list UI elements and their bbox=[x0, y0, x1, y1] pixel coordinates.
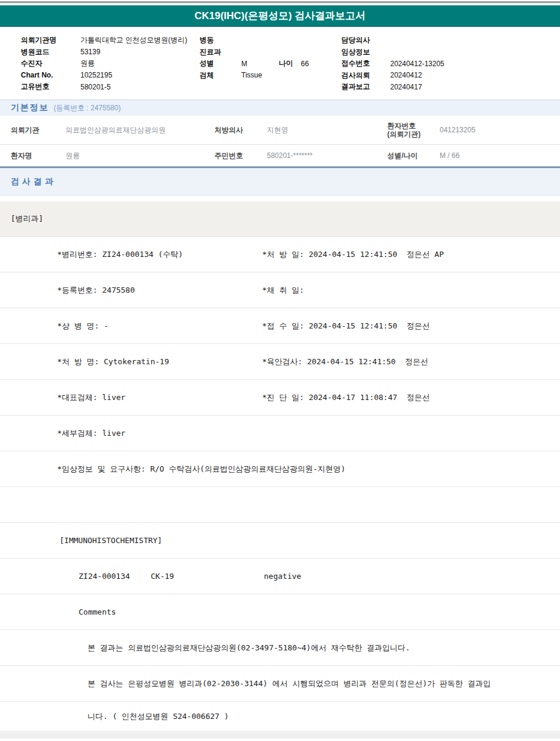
department-band: [병리과] bbox=[0, 201, 560, 237]
meta-row: 검체 Tissue bbox=[200, 70, 341, 82]
report-title: CK19(IHC)(은평성모) 검사결과보고서 bbox=[194, 10, 365, 21]
value-request-org: 의료법인삼광의료재단삼광의원 bbox=[66, 125, 214, 135]
value-hospital-code: 53139 bbox=[80, 48, 100, 56]
meta-row: Chart No. 10252195 bbox=[21, 70, 200, 82]
label-patient-no: 환자번호 (의뢰기관) bbox=[387, 122, 440, 138]
comments-header-row: Comments bbox=[0, 594, 560, 630]
label-patient-name: 환자명 bbox=[11, 151, 66, 161]
meta-row: 결과보고 20240417 bbox=[341, 81, 560, 93]
value-patient-name: 원룡 bbox=[66, 151, 214, 161]
detail-row-empty bbox=[0, 487, 560, 523]
label-chart-no: Chart No. bbox=[21, 71, 80, 79]
detail-row-sub-specimen: *세부검체: liver bbox=[0, 416, 560, 451]
meta-row: 고유번호 580201-5 bbox=[21, 81, 200, 93]
comments-label: Comments bbox=[79, 607, 116, 616]
registration-no-text: *등록번호: 2475580 bbox=[57, 285, 262, 296]
meta-row: 접수번호 20240412-13205 bbox=[341, 58, 560, 70]
pathology-no-text: *병리번호: ZI24-000134 (수탁) bbox=[57, 249, 262, 260]
label-age: 나이 bbox=[279, 58, 301, 69]
prescription-date-text: *처 방 일: 2024-04-15 12:41:50 정은선 AP bbox=[262, 249, 444, 260]
meta-column-right: 담당의사 임상정보 접수번호 20240412-13205 검사의뢰 20240… bbox=[341, 35, 560, 100]
meta-row: 검사의뢰 20240412 bbox=[341, 70, 560, 82]
label-examinee: 수진자 bbox=[21, 58, 80, 69]
value-age: 66 bbox=[301, 60, 309, 68]
label-ward: 병동 bbox=[200, 35, 241, 45]
meta-row: 병원코드 53139 bbox=[21, 46, 200, 58]
detail-row-pathology-no: *병리번호: ZI24-000134 (수탁) *처 방 일: 2024-04-… bbox=[0, 237, 560, 272]
value-resident-no: 580201-******* bbox=[267, 151, 387, 160]
label-clinical-info: 임상정보 bbox=[341, 47, 390, 57]
label-requesting-org: 의뢰기관명 bbox=[21, 35, 80, 45]
detail-row-main-specimen: *대표검체: liver *진 단 일: 2024-04-17 11:08:47… bbox=[0, 380, 560, 416]
basic-info-section-header: 기본정보 (등록번호 : 2475580) bbox=[0, 100, 560, 116]
label-hospital-code: 병원코드 bbox=[21, 47, 80, 57]
sub-specimen-text: *세부검체: liver bbox=[57, 428, 262, 439]
ihc-result-row: ZI24-000134 CK-19 negative bbox=[0, 559, 560, 594]
meta-column-middle: 병동 진료과 성별 M 나이 66 검체 Tissue bbox=[200, 35, 341, 100]
department-name: [병리과] bbox=[11, 213, 43, 224]
meta-row: 임상정보 bbox=[341, 46, 560, 58]
label-request-org: 의뢰기관 bbox=[11, 125, 66, 135]
value-sex-age: M / 66 bbox=[440, 151, 560, 160]
label-receipt-no: 접수번호 bbox=[341, 58, 390, 69]
main-specimen-text: *대표검체: liver bbox=[57, 392, 262, 403]
results-section-header: 검사결과 bbox=[0, 168, 560, 196]
label-sex-age: 성별/나이 bbox=[387, 151, 440, 160]
header-meta: 의뢰기관명 가톨릭대학교 인천성모병원(병리) 병원코드 53139 수진자 원… bbox=[0, 27, 560, 100]
value-requesting-org: 가톨릭대학교 인천성모병원(병리) bbox=[80, 35, 187, 45]
meta-row: 담당의사 bbox=[341, 35, 560, 46]
meta-row: 성별 M 나이 66 bbox=[200, 58, 341, 70]
value-specimen: Tissue bbox=[241, 71, 262, 79]
detail-row-diagnosis-name: *상 병 명: - *접 수 일: 2024-04-15 12:41:50 정은… bbox=[0, 308, 560, 344]
ihc-header-row: [IMMUNOHISTOCHEMISTRY] bbox=[0, 523, 560, 559]
footer-bar bbox=[0, 732, 560, 739]
diagnosis-name-text: *상 병 명: - bbox=[57, 321, 262, 331]
label-department: 진료과 bbox=[200, 47, 241, 57]
value-chart-no: 10252195 bbox=[80, 71, 112, 79]
label-patient-no-line1: 환자번호 bbox=[387, 122, 416, 130]
value-receipt-no: 20240412-13205 bbox=[390, 60, 444, 68]
ihc-header-text: [IMMUNOHISTOCHEMISTRY] bbox=[60, 536, 162, 545]
comment-line-3: 니다. ( 인천성모병원 S24-006627 ) bbox=[88, 711, 229, 722]
label-unique-no: 고유번호 bbox=[21, 82, 80, 92]
report-title-bar: CK19(IHC)(은평성모) 검사결과보고서 bbox=[0, 5, 560, 27]
label-test-request-date: 검사의뢰 bbox=[341, 70, 390, 80]
comment-line-1: 본 결과는 의료법인삼광의료재단삼광의원(02-3497-5180~4)에서 재… bbox=[88, 643, 410, 653]
meta-column-left: 의뢰기관명 가톨릭대학교 인천성모병원(병리) 병원코드 53139 수진자 원… bbox=[21, 35, 200, 100]
value-examinee: 원룡 bbox=[80, 58, 95, 69]
meta-row: 의뢰기관명 가톨릭대학교 인천성모병원(병리) bbox=[21, 35, 200, 46]
meta-row: 진료과 bbox=[200, 46, 341, 58]
value-prescribing-doctor: 지현영 bbox=[267, 125, 387, 135]
detail-row-clinical-request: *임상정보 및 요구사항: R/O 수탁검사(의료법인삼광의료재단삼광의원-지현… bbox=[0, 451, 560, 487]
value-result-report-date: 20240417 bbox=[390, 83, 422, 91]
label-resident-no: 주민번호 bbox=[214, 151, 267, 161]
basic-info-registration-note: (등록번호 : 2475580) bbox=[54, 103, 121, 113]
value-test-request-date: 20240412 bbox=[390, 71, 422, 79]
comment-row-3: 니다. ( 인천성모병원 S24-006627 ) bbox=[0, 702, 560, 731]
label-sex: 성별 bbox=[200, 58, 241, 69]
detail-row-prescription-name: *처 방 명: Cytokeratin-19 *육안검사: 2024-04-15… bbox=[0, 344, 560, 380]
result-test-name: CK-19 bbox=[151, 572, 264, 581]
meta-row: 수진자 원룡 bbox=[21, 58, 200, 70]
value-patient-no: 041213205 bbox=[440, 126, 560, 134]
basic-info-row-2: 환자명 원룡 주민번호 580201-******* 성별/나이 M / 66 bbox=[0, 145, 560, 166]
detail-row-registration-no: *등록번호: 2475580 *채 취 일: bbox=[0, 272, 560, 308]
meta-row: 병동 bbox=[200, 35, 341, 46]
comment-row-2: 본 검사는 은평성모병원 병리과(02-2030-3144) 에서 시행되었으며… bbox=[0, 666, 560, 702]
diagnosis-date-text: *진 단 일: 2024-04-17 11:08:47 정은선 bbox=[262, 392, 430, 403]
label-prescribing-doctor: 처방의사 bbox=[214, 125, 267, 135]
label-doctor-in-charge: 담당의사 bbox=[341, 35, 390, 45]
label-result-report-date: 결과보고 bbox=[341, 82, 390, 92]
prescription-name-text: *처 방 명: Cytokeratin-19 bbox=[57, 356, 262, 367]
results-title: 검사결과 bbox=[11, 176, 56, 187]
result-pathology-no: ZI24-000134 bbox=[79, 572, 151, 581]
clinical-request-text: *임상정보 및 요구사항: R/O 수탁검사(의료법인삼광의료재단삼광의원-지현… bbox=[57, 464, 346, 475]
comment-row-1: 본 결과는 의료법인삼광의료재단삼광의원(02-3497-5180~4)에서 재… bbox=[0, 630, 560, 666]
collection-date-text: *채 취 일: bbox=[262, 285, 304, 296]
label-specimen: 검체 bbox=[200, 70, 241, 80]
receipt-date-text: *접 수 일: 2024-04-15 12:41:50 정은선 bbox=[262, 321, 430, 331]
value-unique-no: 580201-5 bbox=[80, 83, 111, 91]
basic-info-row-1: 의뢰기관 의료법인삼광의료재단삼광의원 처방의사 지현영 환자번호 (의뢰기관)… bbox=[0, 116, 560, 145]
label-patient-no-line2: (의뢰기관) bbox=[387, 130, 421, 138]
result-value: negative bbox=[264, 572, 301, 581]
